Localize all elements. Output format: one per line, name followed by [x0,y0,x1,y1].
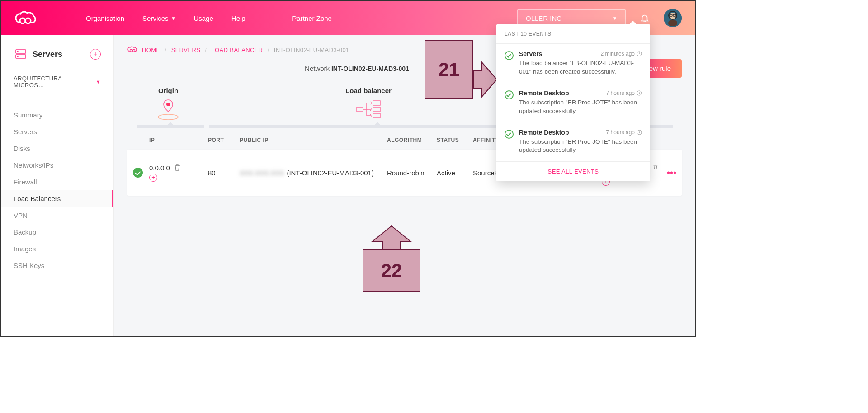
event-item[interactable]: Servers 2 minutes ago The load balancer … [496,44,650,83]
add-ip-button[interactable]: + [149,174,157,182]
trash-icon[interactable] [174,164,181,171]
svg-point-12 [130,50,132,52]
event-message: The subscription "ER Prod JOTE" has been… [519,138,642,155]
flow-origin: Origin [155,87,182,121]
svg-marker-24 [373,226,410,250]
event-category: Servers [519,50,542,57]
arrow-up-icon [369,224,414,250]
cell-source-ip: 0.0.0.0 [149,164,170,172]
servers-icon [15,49,26,59]
success-icon [505,130,514,139]
col-ip: IP [149,137,208,143]
sidebar-item-firewall[interactable]: Firewall [1,174,113,190]
event-message: The load balancer "LB-OLIN02-EU-MAD3-001… [519,59,642,76]
svg-point-0 [20,18,25,23]
cloud-icon [127,46,137,54]
sidebar-item-load-balancers[interactable]: Load Balancers [1,190,113,207]
clock-icon [637,130,642,135]
event-item[interactable]: Remote Desktop 7 hours ago The subscript… [496,122,650,162]
trash-icon[interactable] [653,164,658,171]
top-nav: Organisation Services▼ Usage Help | Part… [86,14,332,22]
sidebar-item-ssh-keys[interactable]: SSH Keys [1,257,113,274]
project-selector[interactable]: ARQUITECTURA MICROS… ▼ [1,69,113,93]
sidebar-title: Servers [33,50,62,59]
events-panel: LAST 10 EVENTS Servers 2 minutes ago The… [496,24,650,181]
breadcrumb-load-balancer[interactable]: LOAD BALANCER [211,47,263,53]
svg-point-1 [25,18,31,23]
sidebar-item-disks[interactable]: Disks [1,140,113,157]
breadcrumb-current: INT-OLIN02-EU-MAD3-001 [274,47,349,53]
chevron-down-icon: ▼ [613,16,617,21]
bell-icon [640,13,650,23]
status-check-icon [133,168,143,178]
project-selector-label: ARQUITECTURA MICROS… [14,75,93,89]
svg-rect-16 [357,107,363,112]
sidebar-nav: Summary Servers Disks Networks/IPs Firew… [1,93,113,274]
clock-icon [637,90,642,96]
breadcrumb-servers[interactable]: SERVERS [171,47,201,53]
col-status: STATUS [437,137,473,143]
cell-algorithm: Round-robin [387,169,437,177]
event-message: The subscription "ER Prod JOTE" has been… [519,99,642,116]
event-item[interactable]: Remote Desktop 7 hours ago The subscript… [496,83,650,122]
sidebar-item-images[interactable]: Images [1,240,113,257]
event-category: Remote Desktop [519,129,569,136]
nav-usage[interactable]: Usage [194,14,213,22]
col-alg: ALGORITHM [387,137,437,143]
org-selector-label: OLLER INC [526,14,561,22]
cell-status: Active [437,169,473,177]
sidebar-item-backup[interactable]: Backup [1,224,113,240]
nav-organisation[interactable]: Organisation [86,14,124,22]
chevron-down-icon: ▼ [171,16,176,21]
sidebar-item-vpn[interactable]: VPN [1,207,113,224]
nav-partner-zone[interactable]: Partner Zone [292,14,332,22]
nav-help[interactable]: Help [231,14,245,22]
event-time: 2 minutes ago [601,51,642,57]
event-time: 7 hours ago [606,129,642,136]
see-all-events-button[interactable]: SEE ALL EVENTS [496,161,650,181]
flow-load-balancer: Load balancer [345,87,392,121]
annotation-21: 21 [425,40,498,99]
event-time: 7 hours ago [606,90,642,96]
sidebar: Servers + ARQUITECTURA MICROS… ▼ Summary… [1,35,114,336]
load-balancer-icon [355,98,382,121]
success-icon [505,51,514,60]
cell-public-ip-masked: XXX.XXX.XXX [240,169,284,177]
col-port: PORT [208,137,240,143]
sidebar-item-networks[interactable]: Networks/IPs [1,157,113,174]
svg-marker-23 [473,62,497,97]
arrow-right-icon [473,60,498,99]
clock-icon [637,51,642,56]
cell-port: 80 [208,169,240,177]
svg-point-10 [17,51,18,52]
svg-rect-4 [668,20,677,26]
svg-rect-19 [373,113,380,118]
chevron-down-icon: ▼ [96,79,101,84]
brand-logo[interactable] [14,10,36,26]
svg-rect-18 [373,107,380,112]
row-actions-button[interactable]: ••• [658,168,676,178]
add-button[interactable]: + [90,49,101,60]
origin-icon [155,98,182,121]
cell-public-ip-name: (INT-OLIN02-EU-MAD3-001) [287,169,374,177]
svg-point-15 [158,114,178,120]
event-category: Remote Desktop [519,89,569,97]
network-label: Network [305,65,330,72]
svg-point-3 [670,13,676,19]
annotation-22: 22 [363,224,420,292]
svg-point-13 [133,50,135,52]
success-icon [505,90,514,99]
events-panel-title: LAST 10 EVENTS [496,24,650,44]
nav-services[interactable]: Services▼ [142,14,175,22]
svg-point-11 [17,56,18,57]
network-value: INT-OLIN02-EU-MAD3-001 [331,65,409,72]
sidebar-item-summary[interactable]: Summary [1,107,113,123]
col-pubip: PUBLIC IP [240,137,387,143]
svg-point-14 [166,103,170,106]
sidebar-item-servers[interactable]: Servers [1,123,113,140]
nav-divider: | [268,14,270,22]
breadcrumb-home[interactable]: HOME [142,47,160,53]
user-avatar[interactable] [664,9,682,27]
svg-rect-17 [373,101,380,105]
